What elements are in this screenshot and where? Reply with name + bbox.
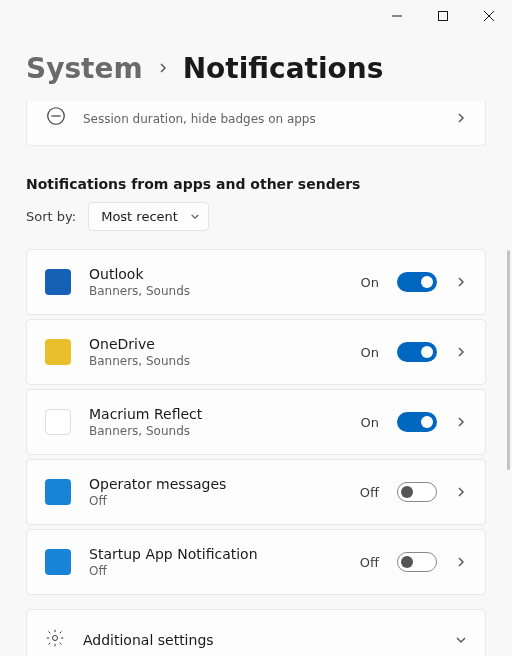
app-icon xyxy=(45,479,71,505)
window-controls xyxy=(374,0,512,32)
sort-value: Most recent xyxy=(101,209,178,224)
toggle-knob xyxy=(401,556,413,568)
chevron-right-icon xyxy=(455,343,467,362)
do-not-disturb-card[interactable]: Session duration, hide badges on apps xyxy=(26,101,486,146)
app-subtitle: Off xyxy=(89,494,342,508)
content-area: Session duration, hide badges on apps No… xyxy=(0,101,512,656)
card-subtitle: Session duration, hide badges on apps xyxy=(83,112,439,126)
app-subtitle: Banners, Sounds xyxy=(89,424,343,438)
toggle-knob xyxy=(421,346,433,358)
minimize-button[interactable] xyxy=(374,0,420,32)
app-title: Startup App Notification xyxy=(89,546,342,562)
app-icon xyxy=(45,269,71,295)
svg-point-2 xyxy=(53,636,58,641)
app-subtitle: Banners, Sounds xyxy=(89,284,343,298)
additional-settings-row[interactable]: Additional settings xyxy=(26,609,486,656)
app-icon xyxy=(45,549,71,575)
notifications-toggle[interactable] xyxy=(397,412,437,432)
minimize-icon xyxy=(392,11,402,21)
toggle-state-text: On xyxy=(361,345,379,360)
toggle-state-text: On xyxy=(361,415,379,430)
sort-row: Sort by: Most recent xyxy=(26,202,486,231)
toggle-knob xyxy=(421,276,433,288)
sort-dropdown[interactable]: Most recent xyxy=(88,202,209,231)
additional-settings-label: Additional settings xyxy=(83,632,437,648)
app-icon xyxy=(45,409,71,435)
svg-rect-0 xyxy=(439,12,448,21)
toggle-state-text: Off xyxy=(360,485,379,500)
app-texts: OutlookBanners, Sounds xyxy=(89,266,343,298)
app-title: Operator messages xyxy=(89,476,342,492)
chevron-down-icon xyxy=(455,631,467,650)
toggle-state-text: Off xyxy=(360,555,379,570)
maximize-icon xyxy=(438,11,448,21)
chevron-right-icon xyxy=(455,483,467,502)
app-texts: OneDriveBanners, Sounds xyxy=(89,336,343,368)
toggle-knob xyxy=(421,416,433,428)
apps-list: OutlookBanners, SoundsOnOneDriveBanners,… xyxy=(26,249,486,595)
app-row[interactable]: Startup App NotificationOffOff xyxy=(26,529,486,595)
do-not-disturb-icon xyxy=(45,105,67,131)
app-subtitle: Banners, Sounds xyxy=(89,354,343,368)
app-title: Outlook xyxy=(89,266,343,282)
app-row[interactable]: Operator messagesOffOff xyxy=(26,459,486,525)
app-row[interactable]: OutlookBanners, SoundsOn xyxy=(26,249,486,315)
section-label: Notifications from apps and other sender… xyxy=(26,176,486,192)
chevron-right-icon xyxy=(455,273,467,292)
app-row[interactable]: Macrium ReflectBanners, SoundsOn xyxy=(26,389,486,455)
app-title: OneDrive xyxy=(89,336,343,352)
close-icon xyxy=(484,11,494,21)
chevron-down-icon xyxy=(190,209,200,224)
card-texts: Session duration, hide badges on apps xyxy=(83,110,439,126)
app-subtitle: Off xyxy=(89,564,342,578)
app-texts: Macrium ReflectBanners, Sounds xyxy=(89,406,343,438)
maximize-button[interactable] xyxy=(420,0,466,32)
sort-label: Sort by: xyxy=(26,209,76,224)
notifications-toggle[interactable] xyxy=(397,272,437,292)
notifications-toggle[interactable] xyxy=(397,342,437,362)
gear-icon xyxy=(45,628,65,652)
chevron-right-icon xyxy=(455,413,467,432)
chevron-right-icon xyxy=(455,109,467,128)
app-icon xyxy=(45,339,71,365)
notifications-toggle[interactable] xyxy=(397,552,437,572)
scrollbar-thumb[interactable] xyxy=(507,250,510,470)
chevron-right-icon xyxy=(157,59,169,78)
toggle-state-text: On xyxy=(361,275,379,290)
chevron-right-icon xyxy=(455,553,467,572)
breadcrumb-parent[interactable]: System xyxy=(26,52,143,85)
toggle-knob xyxy=(401,486,413,498)
notifications-toggle[interactable] xyxy=(397,482,437,502)
app-title: Macrium Reflect xyxy=(89,406,343,422)
page-title: Notifications xyxy=(183,52,384,85)
close-button[interactable] xyxy=(466,0,512,32)
app-row[interactable]: OneDriveBanners, SoundsOn xyxy=(26,319,486,385)
app-texts: Startup App NotificationOff xyxy=(89,546,342,578)
app-texts: Operator messagesOff xyxy=(89,476,342,508)
